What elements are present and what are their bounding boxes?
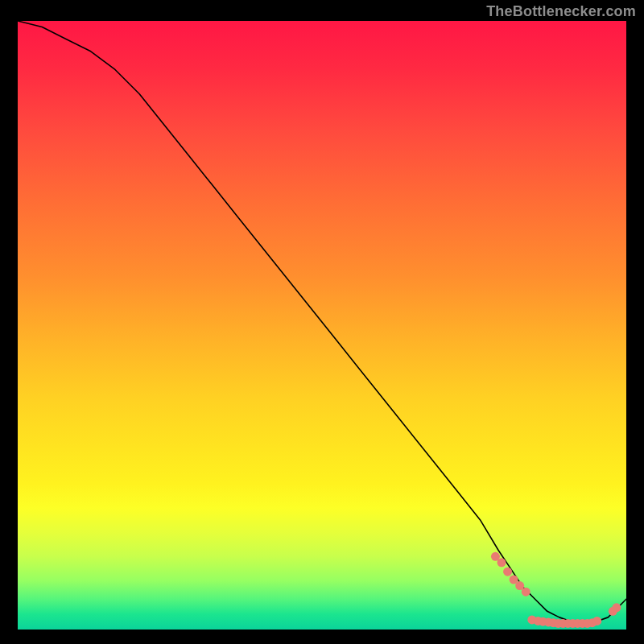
data-point [503,568,512,576]
data-point [612,603,621,612]
points-group [491,552,621,628]
data-point [497,558,506,567]
attribution-text: TheBottlenecker.com [486,3,636,20]
chart-svg [18,21,626,630]
data-point [592,617,601,625]
data-point [522,588,530,597]
plot-area [18,21,626,630]
series-curve [18,21,626,623]
chart-frame: TheBottlenecker.com [0,0,644,644]
